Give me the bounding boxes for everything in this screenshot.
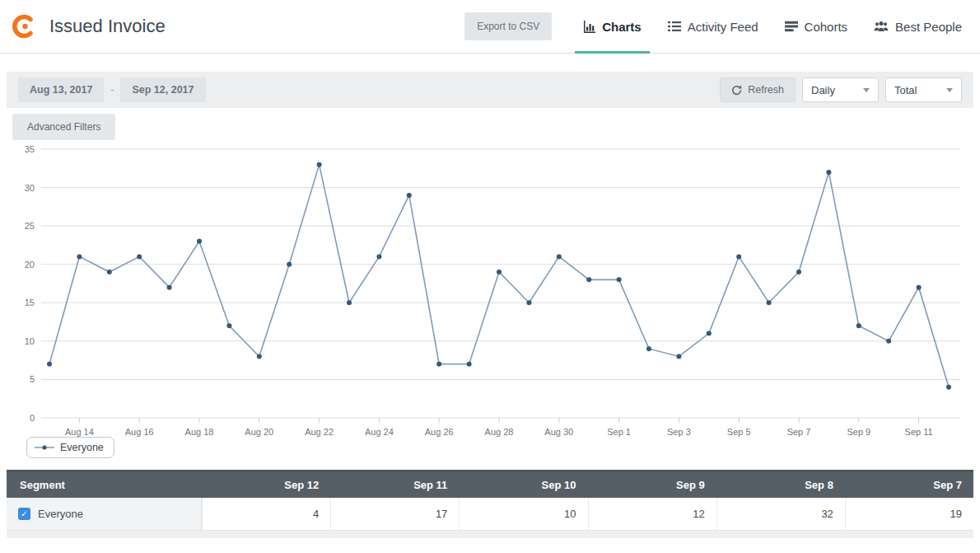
tab-charts-label: Charts	[602, 20, 642, 34]
value-cell-sep9: 12	[588, 498, 716, 531]
data-point	[557, 254, 562, 259]
tab-best-people[interactable]: Best People	[861, 0, 975, 53]
date-start-button[interactable]: Aug 13, 2017	[18, 77, 104, 102]
data-point	[197, 239, 202, 244]
tab-activity-feed-label: Activity Feed	[688, 20, 758, 34]
x-tick-label: Aug 16	[125, 427, 154, 437]
x-tick-label: Sep 5	[727, 427, 751, 437]
y-tick-label: 20	[25, 260, 35, 269]
data-point	[287, 262, 292, 267]
y-tick-label: 30	[25, 183, 35, 193]
chevron-down-icon	[863, 88, 870, 92]
data-point	[886, 339, 891, 344]
toolbar-controls: Refresh Daily Total	[720, 77, 962, 102]
chart-area: 05101520253035Aug 14Aug 16Aug 18Aug 20Au…	[7, 143, 973, 458]
data-point	[467, 362, 472, 367]
granularity-value: Daily	[811, 84, 835, 96]
segments-table: Segment Sep 12 Sep 11 Sep 10 Sep 9 Sep 8…	[7, 470, 973, 538]
header-nav: Export to CSV Charts Activity Feed	[464, 0, 975, 53]
page-title: Issued Invoice	[49, 16, 166, 37]
x-tick-label: Aug 28	[485, 427, 514, 437]
data-point	[917, 285, 922, 290]
col-header-sep8[interactable]: Sep 8	[716, 479, 845, 491]
app-header: Issued Invoice Export to CSV Charts Acti…	[0, 0, 980, 54]
series-line	[49, 165, 949, 387]
x-tick-label: Sep 7	[787, 427, 811, 437]
bar-chart-icon	[583, 21, 595, 33]
x-tick-label: Sep 1	[607, 427, 631, 437]
y-tick-label: 35	[25, 144, 35, 154]
metric-select[interactable]: Total	[885, 77, 962, 102]
x-tick-label: Aug 14	[65, 427, 94, 437]
refresh-icon	[731, 85, 742, 96]
data-point	[376, 254, 381, 259]
y-tick-label: 5	[30, 374, 35, 384]
table-row: ✓ Everyone 4 17 10 12 32 19	[7, 498, 973, 531]
refresh-label: Refresh	[748, 84, 784, 96]
data-point	[317, 162, 322, 167]
x-tick-label: Aug 18	[185, 427, 214, 437]
col-header-sep11[interactable]: Sep 11	[330, 479, 459, 491]
cohorts-icon	[785, 21, 798, 32]
x-tick-label: Aug 24	[365, 427, 394, 437]
data-point	[257, 354, 262, 359]
date-end-button[interactable]: Sep 12, 2017	[120, 77, 205, 102]
data-point	[167, 285, 172, 290]
clevertap-logo-icon[interactable]	[8, 12, 38, 41]
x-tick-label: Sep 9	[847, 427, 870, 437]
legend-label: Everyone	[60, 442, 104, 453]
export-csv-button[interactable]: Export to CSV	[464, 12, 552, 40]
granularity-select[interactable]: Daily	[802, 77, 879, 102]
advanced-filters-button[interactable]: Advanced Filters	[12, 114, 115, 140]
legend-everyone[interactable]: Everyone	[26, 437, 114, 458]
y-tick-label: 15	[25, 298, 35, 307]
data-point	[767, 300, 772, 305]
legend-line-marker-icon	[35, 444, 54, 451]
data-point	[676, 354, 681, 359]
data-point	[707, 331, 712, 336]
segment-name: Everyone	[38, 508, 83, 520]
activity-feed-icon	[668, 21, 681, 32]
data-point	[856, 323, 861, 328]
data-point	[526, 300, 531, 305]
value-cell-sep10: 10	[459, 498, 587, 531]
tab-charts[interactable]: Charts	[570, 0, 655, 53]
header-left: Issued Invoice	[8, 12, 166, 41]
x-tick-label: Sep 11	[905, 427, 933, 437]
data-point	[617, 277, 622, 282]
x-tick-label: Sep 3	[667, 427, 691, 437]
tab-best-people-label: Best People	[895, 20, 962, 34]
y-tick-label: 25	[25, 221, 35, 231]
date-range-separator: -	[110, 84, 114, 96]
x-tick-label: Aug 22	[305, 427, 334, 437]
refresh-button[interactable]: Refresh	[720, 77, 796, 102]
col-header-sep9[interactable]: Sep 9	[588, 479, 716, 491]
col-header-segment[interactable]: Segment	[7, 479, 202, 491]
data-point	[107, 269, 112, 274]
data-point	[77, 254, 82, 259]
x-tick-label: Aug 30	[544, 427, 573, 437]
data-point	[736, 254, 741, 259]
col-header-sep12[interactable]: Sep 12	[202, 479, 330, 491]
col-header-sep7[interactable]: Sep 7	[845, 479, 973, 491]
data-point	[826, 170, 831, 175]
tab-cohorts[interactable]: Cohorts	[772, 0, 861, 53]
x-tick-label: Aug 20	[245, 427, 273, 437]
data-point	[47, 362, 52, 367]
col-header-sep10[interactable]: Sep 10	[459, 479, 587, 491]
y-tick-label: 0	[30, 413, 35, 423]
logo-c-icon	[9, 12, 37, 40]
data-point	[646, 346, 651, 351]
data-point	[226, 323, 231, 328]
data-point	[347, 300, 352, 305]
data-point	[407, 193, 412, 198]
tab-activity-feed[interactable]: Activity Feed	[655, 0, 772, 53]
segment-checkbox[interactable]: ✓	[18, 508, 30, 520]
value-cell-sep11: 17	[330, 498, 459, 531]
table-header-row: Segment Sep 12 Sep 11 Sep 10 Sep 9 Sep 8…	[7, 470, 973, 498]
filters-row: Advanced Filters	[7, 114, 973, 140]
data-point	[137, 254, 142, 259]
metric-value: Total	[894, 84, 917, 96]
line-chart[interactable]: 05101520253035Aug 14Aug 16Aug 18Aug 20Au…	[7, 143, 973, 439]
table-row-partial	[7, 531, 973, 538]
